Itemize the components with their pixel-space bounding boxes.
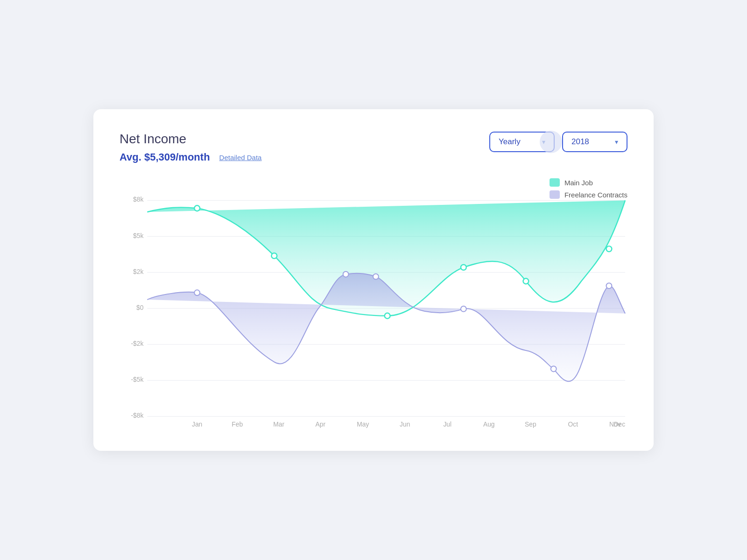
x-label-jun: Jun bbox=[400, 420, 410, 428]
x-label-may: May bbox=[357, 420, 369, 428]
legend-freelance: Freelance Contracts bbox=[550, 190, 627, 199]
legend-main-job: Main Job bbox=[550, 178, 627, 187]
y-label-neg8k: -$8k bbox=[131, 412, 144, 419]
period-dropdown[interactable]: Yearly ▾ bbox=[489, 132, 555, 152]
chart-area: Main Job Freelance Contracts bbox=[120, 178, 627, 432]
legend-swatch-freelance bbox=[550, 190, 560, 199]
chart-svg: $8k $5k $2k $0 -$2k -$5k -$8k bbox=[120, 178, 627, 430]
x-label-jan: Jan bbox=[192, 420, 202, 428]
title-block: Net Income Avg. $5,309/month Detailed Da… bbox=[120, 132, 261, 163]
net-income-card: Net Income Avg. $5,309/month Detailed Da… bbox=[93, 109, 654, 451]
chart-svg-wrapper: $8k $5k $2k $0 -$2k -$5k -$8k bbox=[120, 178, 627, 432]
chevron-down-icon-year: ▾ bbox=[615, 138, 618, 146]
dot-freelance-may bbox=[373, 274, 379, 280]
period-label: Yearly bbox=[499, 137, 521, 147]
dot-main-jan bbox=[194, 205, 200, 211]
legend: Main Job Freelance Contracts bbox=[550, 178, 627, 199]
year-dropdown[interactable]: 2018 ▾ bbox=[562, 132, 627, 152]
x-label-feb: Feb bbox=[232, 420, 243, 428]
dot-freelance-apr bbox=[343, 272, 349, 277]
avg-row: Avg. $5,309/month Detailed Data bbox=[120, 151, 261, 163]
legend-main-label: Main Job bbox=[564, 179, 593, 187]
dot-freelance-jan bbox=[194, 290, 200, 295]
controls: Yearly ▾ 2018 ▾ bbox=[489, 132, 627, 152]
detailed-data-link[interactable]: Detailed Data bbox=[219, 154, 262, 161]
x-label-dec: Dec bbox=[613, 420, 625, 428]
avg-value: Avg. $5,309/month bbox=[120, 151, 210, 163]
dot-main-nov bbox=[606, 246, 612, 252]
y-label-neg2k: -$2k bbox=[131, 340, 144, 347]
x-label-aug: Aug bbox=[483, 420, 495, 428]
chevron-down-icon: ▾ bbox=[542, 138, 545, 146]
y-label-0: $0 bbox=[136, 304, 144, 311]
y-label-5k: $5k bbox=[133, 232, 143, 239]
chart-title: Net Income bbox=[120, 132, 261, 147]
y-label-2k: $2k bbox=[133, 268, 143, 275]
x-label-apr: Apr bbox=[315, 420, 325, 428]
dot-main-aug bbox=[461, 265, 466, 270]
dot-freelance-sep bbox=[551, 366, 557, 372]
card-header: Net Income Avg. $5,309/month Detailed Da… bbox=[120, 132, 627, 163]
legend-swatch-main bbox=[550, 178, 560, 187]
dot-main-may bbox=[385, 313, 390, 319]
y-label-neg5k: -$5k bbox=[131, 376, 144, 383]
x-label-mar: Mar bbox=[273, 420, 284, 428]
dot-main-mar bbox=[271, 253, 277, 259]
x-label-sep: Sep bbox=[525, 420, 536, 428]
x-label-jul: Jul bbox=[443, 420, 451, 428]
legend-freelance-label: Freelance Contracts bbox=[564, 191, 627, 199]
dot-freelance-nov bbox=[606, 283, 612, 289]
dot-freelance-jul bbox=[461, 306, 466, 312]
x-label-oct: Oct bbox=[568, 420, 578, 428]
y-label-8k: $8k bbox=[133, 196, 143, 203]
dot-main-sep bbox=[523, 279, 529, 284]
year-label: 2018 bbox=[571, 137, 589, 147]
